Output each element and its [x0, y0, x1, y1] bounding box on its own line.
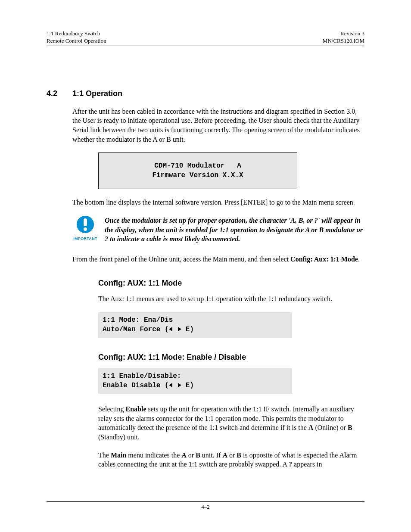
header-left-line2: Remote Control Operation	[47, 37, 106, 45]
left-arrow-icon	[169, 383, 172, 387]
paragraph-intro: After the unit has been cabled in accord…	[72, 107, 364, 144]
lcd-screen-enable: 1:1 Enable/Disable: Enable Disable ( E)	[98, 368, 292, 394]
section-heading: 4.2 1:1 Operation	[47, 89, 364, 98]
subbody-config-mode: The Aux: 1:1 menus are used to set up 1:…	[98, 294, 364, 304]
paragraph-enable-desc: Selecting Enable sets up the unit for op…	[98, 404, 364, 442]
header-left: 1:1 Redundancy Switch Remote Control Ope…	[47, 30, 106, 45]
header-right-line1: Revision 3	[323, 30, 364, 37]
header-right: Revision 3 MN/CRS120.IOM	[323, 30, 364, 45]
lcd-mode-line1: 1:1 Mode: Ena/Dis	[103, 316, 288, 325]
section-number: 4.2	[47, 89, 72, 98]
section-title: 1:1 Operation	[72, 89, 122, 98]
left-arrow-icon	[169, 327, 172, 331]
document-page: 1:1 Redundancy Switch Remote Control Ope…	[0, 0, 411, 532]
paragraph-config-path: From the front panel of the Online unit,…	[72, 255, 364, 264]
paragraph-version: The bottom line displays the internal so…	[72, 198, 364, 207]
page-header: 1:1 Redundancy Switch Remote Control Ope…	[47, 30, 364, 46]
important-text: Once the modulator is set up for proper …	[105, 216, 364, 244]
lcd-enable-line2: Enable Disable ( E)	[103, 381, 288, 391]
page-footer: 4–2	[47, 501, 364, 510]
svg-rect-1	[84, 218, 87, 226]
svg-point-2	[84, 227, 87, 231]
subheading-enable-disable: Config: AUX: 1:1 Mode: Enable / Disable	[98, 353, 364, 362]
page-number: 4–2	[201, 504, 210, 510]
important-note: IMPORTANT Once the modulator is set up f…	[72, 215, 364, 244]
lcd-enable-line1: 1:1 Enable/Disable:	[103, 372, 288, 381]
header-left-line1: 1:1 Redundancy Switch	[47, 30, 106, 37]
subheading-config-mode: Config: AUX: 1:1 Mode	[98, 279, 364, 288]
para3-bold: Config: Aux: 1:1 Mode	[290, 255, 358, 263]
important-label: IMPORTANT	[72, 236, 98, 241]
header-right-line2: MN/CRS120.IOM	[323, 37, 364, 45]
para3-pre: From the front panel of the Online unit,…	[72, 255, 290, 263]
paragraph-main-menu: The Main menu indicates the A or B unit.…	[98, 451, 364, 469]
important-icon	[76, 215, 95, 234]
para3-post: .	[358, 255, 360, 263]
important-icon-column: IMPORTANT	[72, 215, 98, 241]
lcd-screen-mode: 1:1 Mode: Ena/Dis Auto/Man Force ( E)	[98, 312, 292, 338]
lcd-screen-startup: CDM-710 Modulator A Firmware Version X.X…	[98, 152, 297, 189]
lcd-mode-line2: Auto/Man Force ( E)	[103, 325, 288, 335]
